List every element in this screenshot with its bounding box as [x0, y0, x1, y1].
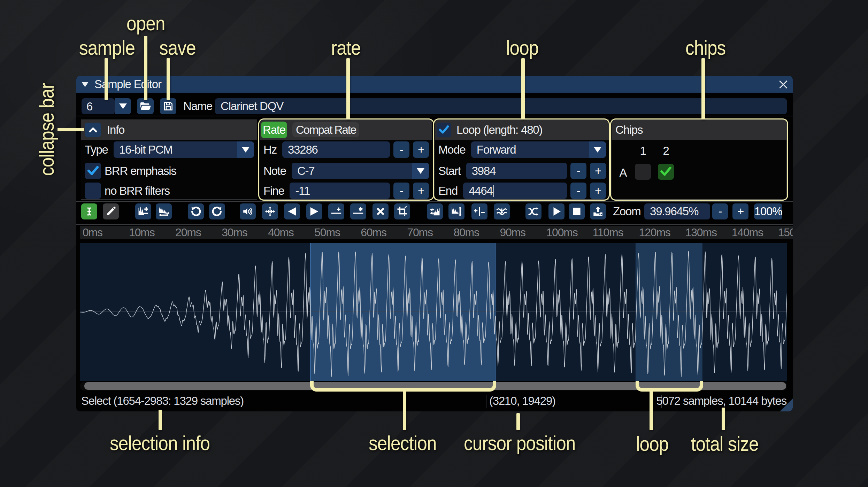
sample-row: 6 Name Clarinet DQV [76, 98, 793, 114]
info-panel: Info Type 16-bit PCM BRR emphasis no BRR… [81, 119, 257, 200]
type-select[interactable]: 16-bit PCM [114, 141, 254, 158]
amplify-button[interactable] [240, 203, 256, 219]
speaker-icon [242, 206, 254, 217]
zoom-reset-button[interactable]: 100% [754, 203, 782, 219]
separator [76, 201, 793, 202]
open-sample-button[interactable] [137, 98, 154, 114]
ruler-tick-label: 40ms [268, 226, 293, 239]
status-cursor-position: (3210, 19429) [489, 394, 555, 408]
stop-preview-button[interactable] [569, 203, 585, 219]
info-collapse-button[interactable] [85, 123, 101, 137]
trim-button[interactable] [394, 203, 410, 219]
edit-mode-draw-button[interactable] [103, 203, 119, 219]
undo-icon [190, 206, 202, 217]
zoom-out-button[interactable]: - [712, 203, 728, 219]
crossfade-button[interactable] [525, 203, 541, 219]
ruler-tick-label: 70ms [407, 226, 432, 239]
fade-out-button[interactable] [306, 203, 322, 219]
ruler-tick-label: 50ms [314, 226, 340, 239]
reverse-button[interactable] [427, 203, 443, 219]
ruler-tick-label: 140ms [732, 226, 763, 239]
chevron-up-icon [88, 125, 98, 135]
annotation-loop-bottom: loop [636, 432, 669, 455]
preview-button[interactable] [548, 203, 564, 219]
play-icon [551, 206, 562, 217]
status-selection-info: Select (1654-2983: 1329 samples) [81, 394, 244, 408]
window-collapse-icon[interactable] [82, 82, 89, 87]
ruler-tick-label: 130ms [685, 226, 717, 239]
resample-button[interactable] [156, 203, 172, 219]
annotation-line-collapse-bar [57, 128, 84, 131]
annotation-line-sample [105, 58, 108, 100]
wave-stretch-icon [158, 206, 170, 217]
redo-button[interactable] [209, 203, 225, 219]
brr-emphasis-label: BRR emphasis [105, 164, 176, 178]
ruler-tick-label: 0ms [83, 226, 102, 239]
insert-silence-button[interactable] [328, 203, 344, 219]
name-input[interactable]: Clarinet DQV [215, 98, 787, 114]
separator [76, 116, 793, 116]
no-brr-filters-checkbox[interactable] [85, 183, 101, 199]
floppy-disk-icon [163, 101, 174, 112]
separator [76, 224, 793, 225]
wave-plus-icon [137, 206, 149, 217]
annotation-selection: selection [369, 431, 437, 455]
edit-mode-select-button[interactable] [81, 203, 97, 219]
waveform-display[interactable] [80, 243, 787, 381]
sample-select[interactable]: 6 [82, 98, 131, 114]
undo-button[interactable] [188, 203, 204, 219]
ibeam-cursor-icon [83, 206, 95, 217]
ruler-tick-label: 100ms [546, 226, 578, 239]
ruler-tick-label: 60ms [361, 226, 386, 239]
crossfade-icon [528, 206, 539, 217]
annotation-cursor-position: cursor position [464, 431, 576, 455]
apply-silence-button[interactable] [350, 203, 366, 219]
check-icon [87, 164, 99, 176]
type-label: Type [85, 143, 108, 156]
ruler-tick-label: 80ms [453, 226, 479, 239]
titlebar[interactable]: Sample Editor [76, 76, 793, 93]
arrows-expand-icon [264, 206, 276, 217]
ruler-tick-label: 90ms [500, 226, 525, 239]
close-icon[interactable] [779, 80, 788, 89]
save-sample-button[interactable] [160, 98, 176, 114]
delete-button[interactable] [372, 203, 389, 219]
statusbar: Select (1654-2983: 1329 samples) (3210, … [76, 391, 793, 411]
reverse-icon [429, 206, 441, 217]
zoom-in-button[interactable]: + [732, 203, 748, 219]
normalize-button[interactable] [262, 203, 278, 219]
upload-icon [592, 206, 604, 217]
brr-emphasis-checkbox[interactable] [85, 163, 101, 179]
sample-select-value: 6 [82, 98, 115, 114]
annotation-bracket-selection [310, 381, 496, 392]
timeline-ruler[interactable]: 0ms10ms20ms30ms40ms50ms60ms70ms80ms90ms1… [80, 226, 793, 239]
annotation-box-loop [433, 118, 610, 201]
resize-button[interactable] [135, 203, 151, 219]
filter-button[interactable] [494, 203, 510, 219]
pencil-icon [105, 206, 117, 217]
invert-icon [451, 206, 462, 217]
annotation-total-size: total size [691, 432, 759, 455]
fade-in-button[interactable] [284, 203, 300, 219]
plus-minus-icon [474, 206, 485, 217]
upload-button[interactable] [590, 203, 606, 219]
info-panel-title: Info [107, 123, 124, 137]
no-brr-filters-label: no BRR filters [105, 184, 170, 198]
filter-wave-icon [496, 206, 508, 217]
x-icon [375, 206, 386, 217]
annotation-sample: sample [79, 36, 135, 59]
redo-icon [211, 206, 223, 217]
zoom-input[interactable]: 39.9645% [644, 203, 710, 219]
ruler-tick-label: 20ms [175, 226, 201, 239]
annotation-line-total-size [722, 408, 725, 430]
stop-icon [571, 206, 583, 217]
chevron-down-icon[interactable] [237, 141, 254, 158]
sign-button[interactable] [471, 203, 487, 219]
type-select-value: 16-bit PCM [114, 141, 237, 158]
chevron-down-icon[interactable] [115, 98, 131, 114]
invert-button[interactable] [448, 203, 464, 219]
fade-in-icon [286, 206, 298, 217]
annotation-collapse-bar: collapse bar [35, 83, 58, 176]
annotation-chips: chips [685, 36, 725, 59]
annotation-line-save [167, 58, 170, 100]
